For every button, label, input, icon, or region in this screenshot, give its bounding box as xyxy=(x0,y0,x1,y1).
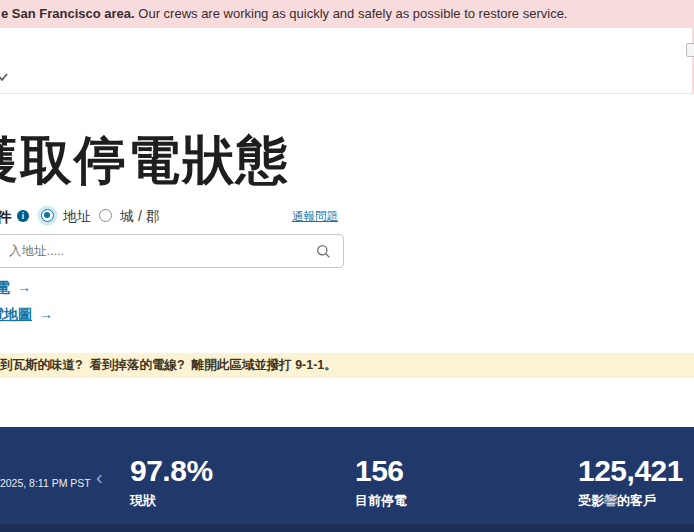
stat-value: 125,421 xyxy=(578,455,683,487)
outage-map-link[interactable]: 電地圖→ xyxy=(0,306,53,324)
radio-address[interactable] xyxy=(41,209,54,222)
arrow-right-icon: → xyxy=(39,306,53,322)
stat-label: 目前停電 xyxy=(355,492,407,510)
stats-bottom-strip xyxy=(0,524,694,532)
outage-map-link-label: 電地圖 xyxy=(0,306,32,322)
stats-timestamp: /2025, 8:11 PM PST xyxy=(0,477,91,489)
alert-banner-regular-text: Our crews are working as quickly and saf… xyxy=(135,6,568,21)
report-outage-link[interactable]: 電→ xyxy=(0,279,31,297)
page-title: 獲取停電狀態 xyxy=(0,126,290,196)
stat-customers-affected: 125,421 受影響的客戶 xyxy=(578,455,683,510)
search-by-label: 件 xyxy=(0,208,12,227)
service-alert-banner: e San Francisco area. Our crews are work… xyxy=(0,0,694,28)
stat-label: 受影響的客戶 xyxy=(578,492,683,510)
arrow-right-icon: → xyxy=(17,279,31,295)
gas-safety-warning-banner: 到瓦斯的味道? 看到掉落的電線? 離開此區域並撥打 9-1-1。 xyxy=(0,353,694,378)
carousel-prev-arrow-icon[interactable]: ‹ xyxy=(96,467,103,487)
stat-label: 現狀 xyxy=(130,492,213,510)
stat-value: 156 xyxy=(355,455,407,487)
outage-search-form-row: 件 i 地址 城 / 郡 通報問題 xyxy=(0,206,694,230)
radio-address-label[interactable]: 地址 xyxy=(63,208,91,226)
report-outage-link-label: 電 xyxy=(0,279,10,295)
info-icon[interactable]: i xyxy=(17,210,29,222)
chevron-down-icon[interactable] xyxy=(0,68,8,78)
edge-fragment xyxy=(686,43,694,57)
outage-stats-bar: /2025, 8:11 PM PST ‹ 97.8% 現狀 156 目前停電 1… xyxy=(0,427,694,532)
header-divider xyxy=(0,93,694,94)
alert-banner-bold-text: e San Francisco area. xyxy=(1,6,135,21)
radio-city-county[interactable] xyxy=(99,209,112,222)
radio-city-county-label[interactable]: 城 / 郡 xyxy=(120,208,160,226)
address-search-input[interactable] xyxy=(0,235,327,267)
stat-restored-percent: 97.8% 現狀 xyxy=(130,455,213,510)
search-icon[interactable] xyxy=(316,244,331,259)
stat-value: 97.8% xyxy=(130,455,213,487)
report-problem-link[interactable]: 通報問題 xyxy=(292,209,338,224)
stat-current-outages: 156 目前停電 xyxy=(355,455,407,510)
address-search-box xyxy=(0,234,344,268)
